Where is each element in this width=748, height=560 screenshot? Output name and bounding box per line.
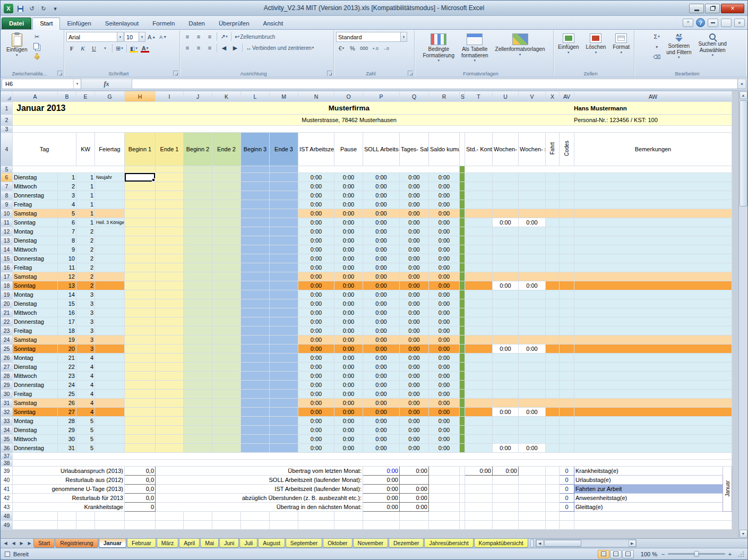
- cell-wochen-saldo[interactable]: [493, 191, 519, 200]
- cell-beginn1[interactable]: [125, 399, 156, 408]
- select-all-button[interactable]: [1, 91, 13, 102]
- cell[interactable]: [493, 521, 519, 530]
- cell-wochen-saldo[interactable]: [493, 209, 519, 218]
- last-sheet-button[interactable]: ▶: [25, 539, 33, 548]
- week-number[interactable]: 5: [76, 426, 95, 435]
- cell-s[interactable]: [460, 308, 465, 317]
- summary-value-1[interactable]: 0:00: [363, 485, 400, 494]
- help-icon[interactable]: ?: [696, 18, 705, 27]
- row-header-32[interactable]: 32: [1, 408, 13, 417]
- cell-wochen-saldo[interactable]: [493, 381, 519, 390]
- cell-ende3[interactable]: [270, 191, 298, 200]
- cell-ende2[interactable]: [212, 173, 241, 182]
- cell[interactable]: [519, 485, 546, 494]
- cell[interactable]: [334, 512, 363, 521]
- decrease-font-button[interactable]: A▼: [158, 32, 168, 42]
- row-header-13[interactable]: 13: [1, 236, 13, 245]
- row-header-5[interactable]: 5: [1, 166, 13, 173]
- cell-wochen-stunden[interactable]: [519, 326, 546, 335]
- cell-beginn1[interactable]: [125, 299, 156, 308]
- cell-ende2[interactable]: [212, 245, 241, 254]
- row-header-21[interactable]: 21: [1, 308, 13, 317]
- cell-bemerkungen[interactable]: [574, 317, 732, 326]
- cell[interactable]: [465, 512, 493, 521]
- cell-ende2[interactable]: [212, 236, 241, 245]
- cell-tages-saldo[interactable]: 0:00: [400, 227, 429, 236]
- header-soll-arbeitszeit[interactable]: SOLL Arbeits- zeit: [363, 133, 400, 166]
- holiday-name[interactable]: [95, 299, 125, 308]
- cell-beginn2[interactable]: [184, 200, 212, 209]
- cell-std-konto[interactable]: [465, 354, 493, 363]
- cell-saldo-kumuliert[interactable]: 0:00: [429, 173, 460, 182]
- cell-std-konto[interactable]: [465, 335, 493, 344]
- column-header-X[interactable]: X: [546, 91, 560, 102]
- cell-ende3[interactable]: [270, 254, 298, 263]
- cell-codes[interactable]: [560, 263, 574, 272]
- cell-std-konto[interactable]: [465, 308, 493, 317]
- cell-bemerkungen[interactable]: [574, 173, 732, 182]
- cell-tages-saldo[interactable]: 0:00: [400, 218, 429, 227]
- row-header-19[interactable]: 19: [1, 290, 13, 299]
- header-beginn2[interactable]: Beginn 2: [184, 133, 212, 166]
- cell-styles-button[interactable]: Zellenformatvorlagen ▾: [493, 32, 548, 69]
- cell-ende3[interactable]: [270, 236, 298, 245]
- holiday-name[interactable]: [95, 372, 125, 381]
- cell-tages-saldo[interactable]: 0:00: [400, 326, 429, 335]
- cell-saldo-kumuliert[interactable]: 0:00: [429, 335, 460, 344]
- cell[interactable]: [519, 476, 546, 485]
- row-header-20[interactable]: 20: [1, 299, 13, 308]
- cell-soll-arbeitszeit[interactable]: 0:00: [363, 191, 400, 200]
- cell-fahrt[interactable]: [546, 227, 560, 236]
- zoom-track[interactable]: [668, 553, 725, 555]
- row-header-2[interactable]: 2: [1, 115, 13, 126]
- cell-beginn2[interactable]: [184, 363, 212, 372]
- cell-ende3[interactable]: [270, 218, 298, 227]
- scroll-down-button[interactable]: ▼: [740, 530, 747, 538]
- week-number[interactable]: 2: [76, 236, 95, 245]
- holiday-name[interactable]: [95, 363, 125, 372]
- sheet-tab-September[interactable]: September: [286, 539, 322, 548]
- cell-ende2[interactable]: [212, 381, 241, 390]
- header-ist-arbeitszeit[interactable]: IST Arbeitszeit o. Pause: [298, 133, 334, 166]
- cell-bemerkungen[interactable]: [574, 426, 732, 435]
- cell-soll-arbeitszeit[interactable]: 0:00: [363, 390, 400, 399]
- orientation-button[interactable]: ↗▾: [219, 32, 229, 41]
- alignment-dialog-launcher[interactable]: [327, 71, 332, 76]
- holiday-name[interactable]: [95, 344, 125, 354]
- cell-beginn1[interactable]: [125, 354, 156, 363]
- cell-pause[interactable]: 0:00: [334, 254, 363, 263]
- cell-ist-arbeitszeit[interactable]: 0:00: [298, 281, 334, 290]
- cell-beginn3[interactable]: [241, 272, 270, 281]
- cell-fahrt[interactable]: [546, 444, 560, 453]
- cell-saldo-kumuliert[interactable]: 0:00: [429, 254, 460, 263]
- cell-std-konto[interactable]: [465, 381, 493, 390]
- cell-ende3[interactable]: [270, 308, 298, 317]
- holiday-name[interactable]: [95, 399, 125, 408]
- cell-s[interactable]: [460, 408, 465, 417]
- day-name[interactable]: Sonntag: [13, 408, 58, 417]
- header-beginn1[interactable]: Beginn 1: [125, 133, 156, 166]
- cell-beginn2[interactable]: [184, 399, 212, 408]
- cell-pause[interactable]: 0:00: [334, 227, 363, 236]
- column-header-O[interactable]: O: [334, 91, 363, 102]
- cell[interactable]: [493, 485, 519, 494]
- cell-tages-saldo[interactable]: 0:00: [400, 245, 429, 254]
- cell-wochen-stunden[interactable]: [519, 236, 546, 245]
- holiday-name[interactable]: [95, 308, 125, 317]
- cell-s[interactable]: [460, 390, 465, 399]
- cell-codes[interactable]: [560, 245, 574, 254]
- cell-ende2[interactable]: [212, 308, 241, 317]
- day-name[interactable]: Donnerstag: [13, 191, 58, 200]
- cell[interactable]: [212, 521, 241, 530]
- cell-wochen-stunden[interactable]: [519, 308, 546, 317]
- week-number[interactable]: 4: [76, 390, 95, 399]
- horizontal-scrollbar[interactable]: ◀ ▶: [536, 539, 637, 547]
- normal-view-button[interactable]: [598, 550, 609, 558]
- cell-codes[interactable]: [560, 408, 574, 417]
- cell[interactable]: [460, 521, 465, 530]
- cell-bemerkungen[interactable]: [574, 363, 732, 372]
- cell-soll-arbeitszeit[interactable]: 0:00: [363, 281, 400, 290]
- day-name[interactable]: Montag: [13, 354, 58, 363]
- wrap-text-button[interactable]: ↩Zellenumbruch: [233, 32, 277, 41]
- row-header-1[interactable]: 1: [1, 102, 13, 115]
